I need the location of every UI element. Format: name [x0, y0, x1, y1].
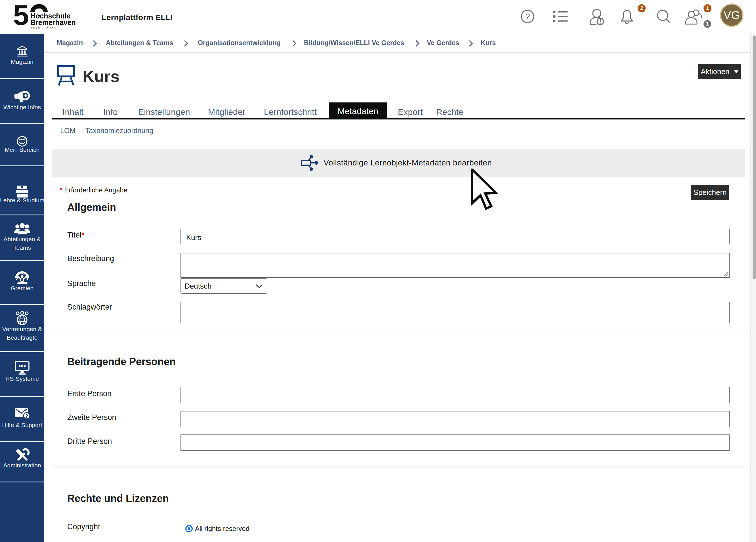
svg-text:?: ? [525, 12, 530, 21]
svg-text:?: ? [25, 413, 28, 419]
